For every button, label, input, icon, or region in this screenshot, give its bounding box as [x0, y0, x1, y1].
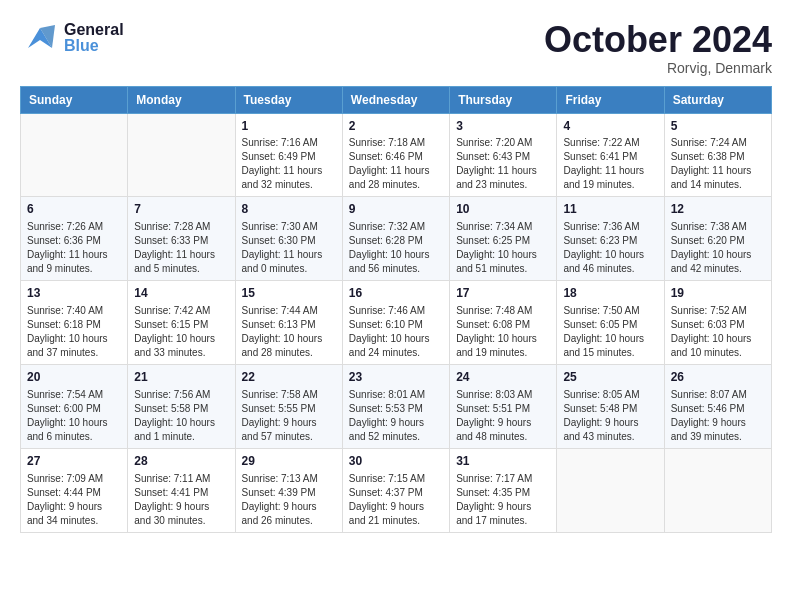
day-number: 30	[349, 453, 443, 470]
daylight-text: Daylight: 11 hours and 5 minutes.	[134, 249, 215, 274]
day-number: 22	[242, 369, 336, 386]
day-number: 14	[134, 285, 228, 302]
sunrise-text: Sunrise: 7:40 AM	[27, 305, 103, 316]
sunset-text: Sunset: 4:44 PM	[27, 487, 101, 498]
calendar-week-4: 20Sunrise: 7:54 AMSunset: 6:00 PMDayligh…	[21, 364, 772, 448]
sunrise-text: Sunrise: 7:42 AM	[134, 305, 210, 316]
calendar-cell: 5Sunrise: 7:24 AMSunset: 6:38 PMDaylight…	[664, 113, 771, 197]
calendar-header: Sunday Monday Tuesday Wednesday Thursday…	[21, 86, 772, 113]
sunset-text: Sunset: 6:13 PM	[242, 319, 316, 330]
header-tuesday: Tuesday	[235, 86, 342, 113]
sunrise-text: Sunrise: 8:03 AM	[456, 389, 532, 400]
sunrise-text: Sunrise: 7:56 AM	[134, 389, 210, 400]
sunset-text: Sunset: 4:39 PM	[242, 487, 316, 498]
day-number: 24	[456, 369, 550, 386]
logo-bird-icon	[20, 20, 60, 56]
calendar-cell: 28Sunrise: 7:11 AMSunset: 4:41 PMDayligh…	[128, 448, 235, 532]
page-header: General Blue October 2024 Rorvig, Denmar…	[20, 20, 772, 76]
header-row: Sunday Monday Tuesday Wednesday Thursday…	[21, 86, 772, 113]
daylight-text: Daylight: 11 hours and 0 minutes.	[242, 249, 323, 274]
day-number: 11	[563, 201, 657, 218]
calendar-cell	[664, 448, 771, 532]
daylight-text: Daylight: 10 hours and 19 minutes.	[456, 333, 537, 358]
daylight-text: Daylight: 11 hours and 28 minutes.	[349, 165, 430, 190]
calendar-cell: 1Sunrise: 7:16 AMSunset: 6:49 PMDaylight…	[235, 113, 342, 197]
day-number: 29	[242, 453, 336, 470]
daylight-text: Daylight: 9 hours and 30 minutes.	[134, 501, 209, 526]
daylight-text: Daylight: 10 hours and 28 minutes.	[242, 333, 323, 358]
sunset-text: Sunset: 5:48 PM	[563, 403, 637, 414]
sunset-text: Sunset: 6:41 PM	[563, 151, 637, 162]
sunrise-text: Sunrise: 8:01 AM	[349, 389, 425, 400]
sunset-text: Sunset: 6:20 PM	[671, 235, 745, 246]
daylight-text: Daylight: 11 hours and 19 minutes.	[563, 165, 644, 190]
header-thursday: Thursday	[450, 86, 557, 113]
sunset-text: Sunset: 5:46 PM	[671, 403, 745, 414]
day-number: 15	[242, 285, 336, 302]
sunset-text: Sunset: 5:58 PM	[134, 403, 208, 414]
calendar-cell: 25Sunrise: 8:05 AMSunset: 5:48 PMDayligh…	[557, 364, 664, 448]
sunset-text: Sunset: 6:15 PM	[134, 319, 208, 330]
calendar-cell: 9Sunrise: 7:32 AMSunset: 6:28 PMDaylight…	[342, 197, 449, 281]
sunrise-text: Sunrise: 7:28 AM	[134, 221, 210, 232]
day-number: 13	[27, 285, 121, 302]
sunset-text: Sunset: 6:49 PM	[242, 151, 316, 162]
day-number: 17	[456, 285, 550, 302]
sunrise-text: Sunrise: 7:17 AM	[456, 473, 532, 484]
day-number: 7	[134, 201, 228, 218]
sunrise-text: Sunrise: 7:13 AM	[242, 473, 318, 484]
sunrise-text: Sunrise: 7:38 AM	[671, 221, 747, 232]
sunrise-text: Sunrise: 7:24 AM	[671, 137, 747, 148]
calendar-table: Sunday Monday Tuesday Wednesday Thursday…	[20, 86, 772, 533]
daylight-text: Daylight: 11 hours and 9 minutes.	[27, 249, 108, 274]
calendar-cell: 11Sunrise: 7:36 AMSunset: 6:23 PMDayligh…	[557, 197, 664, 281]
header-sunday: Sunday	[21, 86, 128, 113]
calendar-cell: 17Sunrise: 7:48 AMSunset: 6:08 PMDayligh…	[450, 281, 557, 365]
sunset-text: Sunset: 5:53 PM	[349, 403, 423, 414]
day-number: 6	[27, 201, 121, 218]
sunrise-text: Sunrise: 7:09 AM	[27, 473, 103, 484]
calendar-cell: 23Sunrise: 8:01 AMSunset: 5:53 PMDayligh…	[342, 364, 449, 448]
sunrise-text: Sunrise: 8:05 AM	[563, 389, 639, 400]
daylight-text: Daylight: 10 hours and 51 minutes.	[456, 249, 537, 274]
day-number: 16	[349, 285, 443, 302]
sunset-text: Sunset: 4:41 PM	[134, 487, 208, 498]
sunset-text: Sunset: 6:33 PM	[134, 235, 208, 246]
sunrise-text: Sunrise: 7:54 AM	[27, 389, 103, 400]
calendar-cell: 22Sunrise: 7:58 AMSunset: 5:55 PMDayligh…	[235, 364, 342, 448]
daylight-text: Daylight: 9 hours and 39 minutes.	[671, 417, 746, 442]
sunrise-text: Sunrise: 7:58 AM	[242, 389, 318, 400]
calendar-cell: 21Sunrise: 7:56 AMSunset: 5:58 PMDayligh…	[128, 364, 235, 448]
sunrise-text: Sunrise: 7:32 AM	[349, 221, 425, 232]
calendar-cell	[21, 113, 128, 197]
month-title: October 2024	[544, 20, 772, 60]
location-text: Rorvig, Denmark	[544, 60, 772, 76]
sunrise-text: Sunrise: 7:11 AM	[134, 473, 210, 484]
sunset-text: Sunset: 6:10 PM	[349, 319, 423, 330]
title-area: October 2024 Rorvig, Denmark	[544, 20, 772, 76]
header-wednesday: Wednesday	[342, 86, 449, 113]
calendar-cell	[557, 448, 664, 532]
daylight-text: Daylight: 9 hours and 34 minutes.	[27, 501, 102, 526]
day-number: 2	[349, 118, 443, 135]
daylight-text: Daylight: 10 hours and 1 minute.	[134, 417, 215, 442]
daylight-text: Daylight: 9 hours and 26 minutes.	[242, 501, 317, 526]
logo-blue-text: Blue	[64, 38, 124, 54]
calendar-cell: 29Sunrise: 7:13 AMSunset: 4:39 PMDayligh…	[235, 448, 342, 532]
sunset-text: Sunset: 6:03 PM	[671, 319, 745, 330]
sunrise-text: Sunrise: 8:07 AM	[671, 389, 747, 400]
calendar-cell: 4Sunrise: 7:22 AMSunset: 6:41 PMDaylight…	[557, 113, 664, 197]
day-number: 1	[242, 118, 336, 135]
sunset-text: Sunset: 6:46 PM	[349, 151, 423, 162]
sunrise-text: Sunrise: 7:46 AM	[349, 305, 425, 316]
day-number: 19	[671, 285, 765, 302]
sunrise-text: Sunrise: 7:16 AM	[242, 137, 318, 148]
calendar-cell: 20Sunrise: 7:54 AMSunset: 6:00 PMDayligh…	[21, 364, 128, 448]
sunrise-text: Sunrise: 7:20 AM	[456, 137, 532, 148]
calendar-cell	[128, 113, 235, 197]
daylight-text: Daylight: 10 hours and 24 minutes.	[349, 333, 430, 358]
sunset-text: Sunset: 6:05 PM	[563, 319, 637, 330]
sunrise-text: Sunrise: 7:36 AM	[563, 221, 639, 232]
calendar-cell: 12Sunrise: 7:38 AMSunset: 6:20 PMDayligh…	[664, 197, 771, 281]
daylight-text: Daylight: 10 hours and 56 minutes.	[349, 249, 430, 274]
